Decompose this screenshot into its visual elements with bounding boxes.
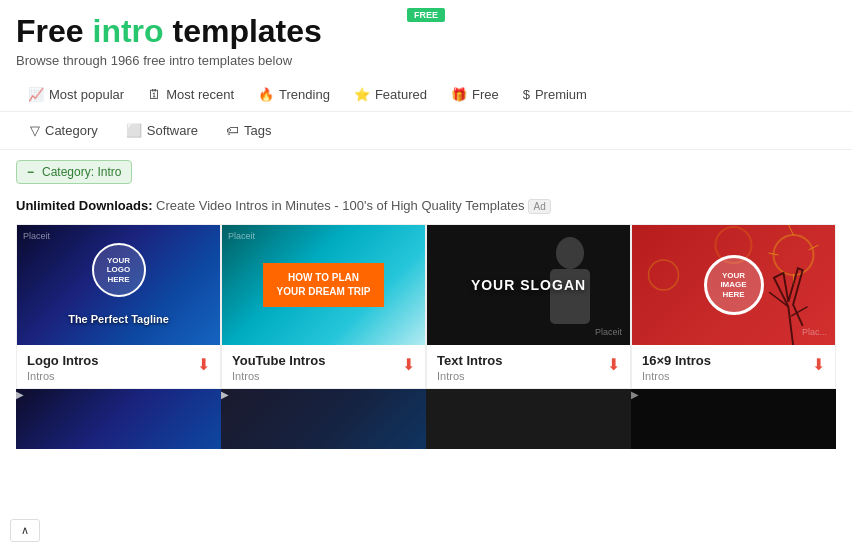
sub-nav-software[interactable]: ⬜ Software [112,118,212,143]
bottom-thumb-text-2: ▶ [221,389,426,400]
bottom-row: ▶ ▶ FREE ▶ [0,389,852,449]
download-icon-text[interactable]: ⬇ [607,355,620,374]
bottom-thumbnail-3: FREE [426,389,631,449]
title-highlighted: intro [92,13,163,49]
scroll-to-top-button[interactable]: ∧ [10,519,40,542]
bottom-card-3[interactable]: FREE [426,389,631,449]
ad-badge: Ad [528,199,550,214]
bottom-thumbnail-2: ▶ [221,389,426,449]
nav-free-label: Free [472,87,499,102]
card-title-logo: Logo Intros [27,353,99,368]
thumbnail-16x9-intros: YOURIMAGEHERE Plac... [632,225,835,345]
orange-banner: HOW TO PLANYOUR DREAM TRIP [263,263,385,307]
card-title-16x9: 16×9 Intros [642,353,711,368]
category-badge-close[interactable]: − [27,165,34,179]
nav-premium[interactable]: $ Premium [511,82,599,107]
unlimited-bold: Unlimited Downloads: [16,198,153,213]
sub-nav-tags[interactable]: 🏷 Tags [212,118,285,143]
sub-nav-category-label: Category [45,123,98,138]
fire-icon: 🔥 [258,87,274,102]
unlimited-text: Create Video Intros in Minutes - 100's o… [153,198,525,213]
bottom-card-4[interactable]: ▶ [631,389,836,449]
card-info-logo: Logo Intros Intros ⬇ [17,345,220,388]
svg-point-3 [649,260,679,290]
chart-icon: 📈 [28,87,44,102]
slogan-text: YOUR SLOGAN [471,277,586,293]
filter-icon: ▽ [30,123,40,138]
category-badge-label: Category: Intro [42,165,121,179]
nav-most-recent-label: Most recent [166,87,234,102]
nav-featured[interactable]: ⭐ Featured [342,82,439,107]
nav-trending[interactable]: 🔥 Trending [246,82,342,107]
nav-most-popular-label: Most popular [49,87,124,102]
scroll-to-top-label: ∧ [21,524,29,536]
logo-circle: YOURLOGOHERE [92,243,146,297]
card-title-text: Text Intros [437,353,503,368]
primary-nav: 📈 Most popular 🗓 Most recent 🔥 Trending … [0,74,852,112]
thumbnail-youtube-intros: HOW TO PLANYOUR DREAM TRIP Placeit [222,225,425,345]
unlimited-bar: Unlimited Downloads: Create Video Intros… [0,192,852,224]
svg-line-5 [789,225,794,235]
sub-nav: ▽ Category ⬜ Software 🏷 Tags [0,112,852,150]
title-part2: templates [164,13,322,49]
download-icon-16x9[interactable]: ⬇ [812,355,825,374]
sub-nav-category[interactable]: ▽ Category [16,118,112,143]
card-subtitle-youtube: Intros [232,370,325,382]
tag-icon: 🏷 [226,123,239,138]
bottom-thumb-text-4: ▶ [631,389,836,400]
watermark2: Placeit [228,231,255,241]
nav-featured-label: Featured [375,87,427,102]
star-icon: ⭐ [354,87,370,102]
page-subtitle: Browse through 1966 free intro templates… [16,53,836,68]
card-info-text: Text Intros Intros ⬇ [427,345,630,388]
watermark4: Plac... [802,327,827,337]
thumbnail-text-intros: YOUR SLOGAN Placeit [427,225,630,345]
nav-free[interactable]: 🎁 Free [439,82,511,107]
card-subtitle-logo: Intros [27,370,99,382]
card-text-intros[interactable]: YOUR SLOGAN Placeit Text Intros Intros ⬇ [426,224,631,389]
card-youtube-intros[interactable]: HOW TO PLANYOUR DREAM TRIP Placeit YouTu… [221,224,426,389]
card-subtitle-16x9: Intros [642,370,711,382]
svg-point-0 [556,237,584,269]
gift-icon: 🎁 [451,87,467,102]
download-icon-logo[interactable]: ⬇ [197,355,210,374]
card-subtitle-text: Intros [437,370,503,382]
dollar-icon: $ [523,87,530,102]
category-filter-badge[interactable]: − Category: Intro [16,160,132,184]
nav-trending-label: Trending [279,87,330,102]
nav-premium-label: Premium [535,87,587,102]
download-icon-youtube[interactable]: ⬇ [402,355,415,374]
calendar-icon: 🗓 [148,87,161,102]
card-16x9-intros[interactable]: YOURIMAGEHERE Plac... 16×9 Intros Intros… [631,224,836,389]
tagline-text: The Perfect Tagline [17,313,220,325]
cards-grid: YOURLOGOHERE The Perfect Tagline Placeit… [0,224,852,389]
card-logo-intros[interactable]: YOURLOGOHERE The Perfect Tagline Placeit… [16,224,221,389]
watermark3: Placeit [595,327,622,337]
title-part1: Free [16,13,92,49]
bottom-card-1[interactable]: ▶ [16,389,221,449]
bottom-card-2[interactable]: ▶ [221,389,426,449]
watermark: Placeit [23,231,50,241]
your-image-circle: YOURIMAGEHERE [704,255,764,315]
thumbnail-logo-intros: YOURLOGOHERE The Perfect Tagline Placeit [17,225,220,345]
bottom-thumbnail-4: ▶ [631,389,836,449]
sub-nav-software-label: Software [147,123,198,138]
bottom-thumb-text-1: ▶ [16,389,221,400]
bottom-thumbnail-1: ▶ [16,389,221,449]
nav-most-popular[interactable]: 📈 Most popular [16,82,136,107]
card-info-youtube: YouTube Intros Intros ⬇ [222,345,425,388]
card-title-youtube: YouTube Intros [232,353,325,368]
sub-nav-tags-label: Tags [244,123,271,138]
nav-most-recent[interactable]: 🗓 Most recent [136,82,246,107]
card-info-16x9: 16×9 Intros Intros ⬇ [632,345,835,388]
monitor-icon: ⬜ [126,123,142,138]
